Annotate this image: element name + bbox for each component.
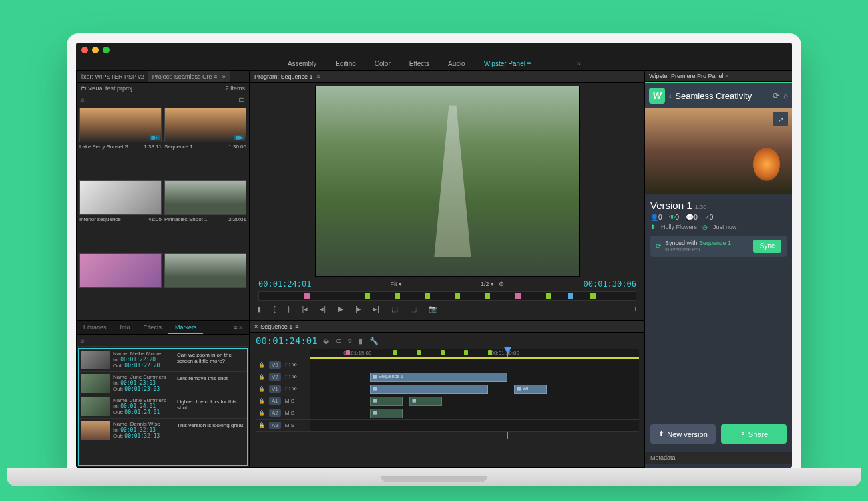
search-icon[interactable]: ⌕ [81, 96, 85, 103]
project-panel: lixer: WIPSTER PSP v2 Project: Seamless … [76, 71, 250, 321]
sync-button[interactable]: Sync [753, 240, 781, 253]
marker-tool-icon[interactable]: ▿ [348, 337, 352, 345]
marker-icon[interactable] [365, 293, 370, 299]
project-clip[interactable] [79, 253, 162, 317]
metadata-tab[interactable]: Metadata [645, 452, 792, 464]
workspace-tab[interactable]: Audio [448, 60, 465, 67]
project-clip[interactable]: Interior sequence41:05 [79, 180, 162, 251]
marker-icon[interactable] [546, 293, 551, 299]
in-icon[interactable]: { [273, 305, 276, 313]
marker-item[interactable]: Name: Melba MooreIn: 00:01:22:20Out: 00:… [79, 349, 247, 372]
timeline-marker-icon[interactable] [441, 350, 445, 355]
marker-item[interactable]: Name: Dennis WiseIn: 00:01:32:13Out: 00:… [79, 419, 247, 442]
wrench-icon[interactable]: 🔧 [369, 337, 379, 345]
workspace-tab[interactable]: Effects [409, 60, 429, 67]
timeline-marker-icon[interactable] [488, 350, 492, 355]
panel-tab[interactable]: Libraries [77, 321, 114, 334]
timecode-in[interactable]: 00:01:24:01 [258, 279, 311, 289]
workspace-tab[interactable]: Color [375, 60, 391, 67]
minimize-icon[interactable] [92, 47, 99, 53]
fit-selector[interactable]: Fit [390, 281, 397, 287]
wipster-logo-icon: W [649, 88, 665, 104]
close-icon[interactable] [81, 47, 88, 53]
lift-icon[interactable]: ⬚ [391, 305, 398, 313]
snap-icon[interactable]: ⬙ [323, 337, 329, 345]
marker-icon[interactable] [568, 293, 573, 299]
wipster-panel: Wipster Premiere Pro Panel ≡ W ‹ Seamles… [645, 71, 792, 468]
panel-tab[interactable]: Effects [137, 321, 168, 334]
project-clip[interactable]: Pinnacles Shoot 12:20:01 [164, 180, 246, 251]
timeline-marker-icon[interactable] [417, 350, 421, 355]
settings-icon[interactable]: ▮ [359, 337, 363, 345]
chevron-icon[interactable]: » [577, 60, 581, 67]
timeline-marker-icon[interactable] [393, 350, 397, 355]
marker-item[interactable]: Name: June SummersIn: 00:01:24:01Out: 00… [79, 395, 247, 419]
uploader-name: Holly Flowers [661, 224, 697, 230]
play-icon[interactable]: ▶ [338, 305, 343, 313]
new-version-button[interactable]: ⬆ New version [650, 424, 716, 444]
workspace-tab[interactable]: Editing [335, 60, 356, 67]
views-icon: 👁0 [669, 214, 680, 221]
new-bin-icon[interactable]: 🗀 [238, 96, 245, 103]
video-viewer[interactable] [315, 86, 580, 277]
maximize-icon[interactable] [103, 47, 110, 53]
project-clip[interactable] [164, 253, 246, 317]
wipster-thumbnail[interactable]: ↗ [645, 108, 792, 194]
marker-icon[interactable] [590, 293, 596, 299]
timeline-marker-icon[interactable] [464, 350, 468, 355]
marker-strip[interactable] [258, 291, 636, 301]
export-frame-icon[interactable]: 📷 [429, 305, 438, 313]
timeline-timecode[interactable]: 00:01:24:01 [256, 335, 318, 346]
panel-menu-icon[interactable]: ≡ » [227, 321, 249, 334]
timeline-clip[interactable]: ▦ WI [514, 385, 547, 394]
panel-tab[interactable]: Info [114, 321, 137, 334]
mixer-tab[interactable]: lixer: WIPSTER PSP v2 [77, 71, 148, 82]
marker-item[interactable]: Name: June SummersIn: 00:01:23:03Out: 00… [79, 372, 247, 395]
markers-panel: LibrariesInfoEffectsMarkers≡ » ⌕ Name: M… [76, 321, 250, 468]
share-button[interactable]: ⚬ Share [721, 424, 787, 444]
wipster-project-title[interactable]: Seamless Creativity [675, 91, 769, 101]
search-icon[interactable]: ⌕ [783, 91, 788, 100]
marker-search[interactable]: ⌕ [77, 335, 249, 347]
workspace-tab[interactable]: Assembly [288, 60, 316, 67]
goto-out-icon[interactable]: ▸| [373, 305, 379, 313]
timeline-clip[interactable]: ▦ [370, 409, 403, 418]
goto-in-icon[interactable]: |◂ [302, 305, 308, 313]
timeline-clip[interactable]: ▦ [409, 397, 442, 406]
version-duration: 1:30 [695, 204, 707, 210]
add-icon[interactable]: + [634, 305, 638, 313]
project-clip[interactable]: ▦▸Lake Ferry Sunset S...1:38:11 [79, 108, 162, 178]
back-icon[interactable]: ‹ [669, 92, 671, 100]
marker-icon[interactable] [515, 293, 521, 299]
step-fwd-icon[interactable]: |▸ [355, 305, 361, 313]
sync-box: ⟳ Synced with Sequence 1In Premiere Pro … [650, 236, 787, 257]
timeline-clip[interactable]: ▦ Sequence 1 [370, 373, 508, 382]
timeline-marker-icon[interactable] [346, 350, 350, 355]
zoom-selector[interactable]: 1/2 [481, 281, 489, 287]
project-tab[interactable]: Project: Seamless Cre ≡ » [148, 71, 230, 82]
popout-icon[interactable]: ↗ [773, 112, 788, 126]
timeline-clip[interactable]: ▦ [370, 397, 403, 406]
wipster-stats: 👤0 👁0 💬0 ✓0 [650, 214, 787, 221]
marker-icon[interactable] [455, 293, 460, 299]
project-clip[interactable]: ▦▸Sequence 11:30:06 [164, 108, 246, 178]
panel-tab[interactable]: Markers [168, 321, 204, 334]
marker-icon[interactable] [395, 293, 400, 299]
out-icon[interactable]: } [288, 305, 290, 313]
marker-icon[interactable] [304, 293, 310, 299]
workspace-tab[interactable]: Wipster Panel ≡ [484, 60, 531, 67]
timeline-clip[interactable]: ▦ [370, 385, 488, 394]
marker-icon[interactable]: ▮ [257, 305, 261, 313]
panel-menu-icon[interactable]: ≡ [317, 73, 320, 80]
link-icon[interactable]: ⊂ [335, 337, 341, 345]
step-back-icon[interactable]: ◂| [320, 305, 326, 313]
timeline-track: 🔒 V2 ⬚ 👁▦ Sequence 1 [256, 371, 639, 383]
extract-icon[interactable]: ⬚ [410, 305, 417, 313]
sequence-name[interactable]: Sequence 1 [260, 323, 292, 330]
timeline-ruler[interactable]: 00:01:15:0000:01:30:00 [310, 349, 639, 359]
refresh-icon[interactable]: ⟳ [773, 91, 779, 100]
marker-icon[interactable] [425, 293, 430, 299]
sync-sequence-link[interactable]: Sequence 1 [699, 240, 731, 246]
marker-icon[interactable] [485, 293, 490, 299]
app-screen: AssemblyEditingColorEffectsAudioWipster … [76, 43, 792, 468]
